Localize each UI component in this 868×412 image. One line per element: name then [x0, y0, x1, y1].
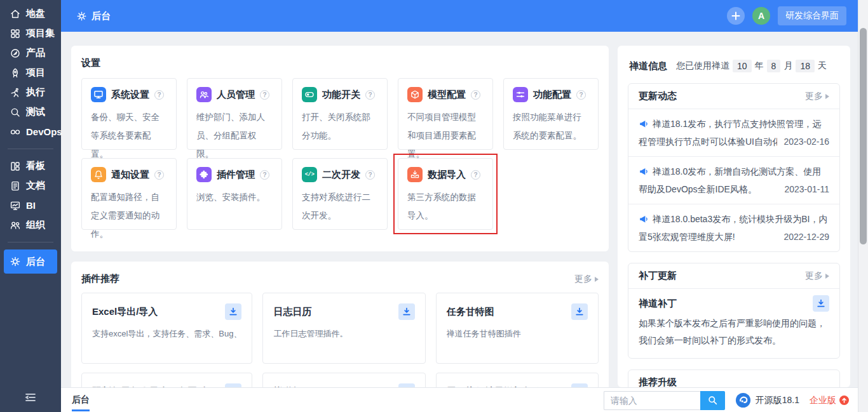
card-desc: 第三方系统的数据导入。 — [407, 188, 484, 225]
usage-summary: 您已使用禅道 10 年 8 月 18 天 — [676, 60, 827, 72]
help-icon[interactable] — [365, 90, 375, 100]
sidebar-item-label: 组织 — [26, 219, 45, 231]
patch-title: 补丁更新 — [639, 270, 677, 282]
sidebar-item-label: 项目 — [26, 67, 45, 79]
card-model-config[interactable]: 模型配置 不同项目管理模型和项目通用要素配置。 — [398, 78, 493, 150]
scrollbar-thumb[interactable] — [860, 28, 867, 244]
program-grid-icon — [10, 28, 21, 39]
help-icon[interactable] — [471, 170, 480, 180]
searchbox — [604, 391, 725, 410]
download-button[interactable] — [571, 303, 588, 320]
usage-months: 8 — [767, 60, 781, 72]
card-desc: 支持对系统进行二次开发。 — [302, 188, 378, 225]
card-desc: 维护部门、添加人员、分组配置权限。 — [196, 108, 273, 163]
updates-box: 更新动态 更多 禅道18.1发布，执行节点支持快照管理，远程管理执行节点时可以体… — [628, 83, 840, 252]
add-button[interactable] — [727, 7, 745, 25]
version-info[interactable]: 开源版18.1 — [735, 392, 799, 408]
sidebar-item-kanban[interactable]: 看板 — [4, 156, 57, 176]
update-item[interactable]: 禅道18.1发布，执行节点支持快照管理，远程管理执行节点时可以体验UI自动化测 … — [628, 109, 839, 157]
sidebar-item-admin[interactable]: 后台 — [4, 249, 57, 274]
sidebar-item-label: 执行 — [26, 86, 45, 98]
sidebar-item-label: 后台 — [26, 256, 45, 268]
card-desc: 配置通知路径，自定义需要通知的动作。 — [91, 188, 167, 243]
sidebar-item-bi[interactable]: BI — [4, 196, 57, 215]
sidebar-item-product[interactable]: 产品 — [4, 43, 57, 63]
zentao-logo-icon — [735, 392, 751, 408]
sidebar-item-program[interactable]: 项目集 — [4, 23, 57, 43]
bottom-bar: 后台 开源版18.1 企业版 — [61, 387, 858, 412]
search-input[interactable] — [604, 391, 700, 410]
update-item[interactable]: 禅道18.0发布，新增自动化测试方案、使用帮助及DevOps全新IDE风格。 2… — [628, 157, 839, 204]
plugin-card-gantt[interactable]: 任务甘特图 禅道任务甘特图插件 — [436, 293, 599, 364]
card-desc: 打开、关闭系统部分功能。 — [302, 108, 378, 145]
sidebar-item-project[interactable]: 项目 — [4, 63, 57, 83]
topbar: 后台 A 研发综合界面 — [61, 0, 858, 32]
help-icon[interactable] — [260, 170, 269, 180]
doc-icon — [10, 180, 21, 192]
help-icon[interactable] — [260, 90, 269, 100]
card-notification-settings[interactable]: 通知设置 配置通知路径，自定义需要通知的动作。 — [81, 158, 177, 230]
plugin-card-log-calendar[interactable]: 日志日历 工作日志管理插件。 — [262, 293, 425, 364]
card-desc: 不同项目管理模型和项目通用要素配置。 — [407, 108, 484, 163]
card-staff-management[interactable]: 人员管理 维护部门、添加人员、分组配置权限。 — [187, 78, 282, 150]
card-title: 插件管理 — [217, 169, 255, 181]
plugin-title: 日志日历 — [273, 306, 311, 318]
card-feature-switch[interactable]: 功能开关 打开、关闭系统部分功能。 — [292, 78, 388, 150]
update-date: 2023-01-11 — [778, 180, 829, 198]
patch-more-link[interactable]: 更多 — [805, 270, 829, 282]
plugins-more-link[interactable]: 更多 — [574, 274, 599, 285]
monitor-icon — [91, 87, 106, 102]
card-desc: 浏览、安装插件。 — [196, 188, 273, 206]
updates-more-link[interactable]: 更多 — [805, 91, 829, 102]
toggle-icon — [302, 87, 317, 102]
settings-title: 设置 — [81, 57, 100, 69]
help-icon[interactable] — [154, 170, 164, 180]
usage-days: 18 — [796, 60, 815, 72]
enterprise-link[interactable]: 企业版 — [810, 395, 849, 406]
help-icon[interactable] — [471, 90, 480, 100]
download-button[interactable] — [398, 303, 415, 320]
download-button[interactable] — [225, 303, 241, 320]
sidebar-item-org[interactable]: 组织 — [4, 215, 57, 235]
search-icon — [707, 395, 718, 406]
patch-name: 禅道补丁 — [639, 298, 677, 310]
sidebar-item-home[interactable]: 地盘 — [4, 4, 57, 23]
sidebar-item-devops[interactable]: DevOps — [4, 122, 57, 142]
sidebar-item-doc[interactable]: 文档 — [4, 176, 57, 196]
zentao-info-panel: 禅道信息 您已使用禅道 10 年 8 月 18 天 更新动态 更多 禅道18.1… — [618, 46, 850, 387]
info-title: 禅道信息 — [629, 60, 667, 72]
sidebar-item-label: 文档 — [26, 180, 45, 192]
card-title: 系统设置 — [111, 89, 149, 101]
sidebar-item-execution[interactable]: 执行 — [4, 83, 57, 102]
updates-title: 更新动态 — [639, 90, 677, 102]
help-icon[interactable] — [365, 170, 375, 180]
search-button[interactable] — [700, 391, 725, 410]
card-desc: 按照功能菜单进行系统的要素配置。 — [513, 108, 589, 145]
sidebar-divider — [8, 149, 53, 149]
topbar-title-label: 后台 — [92, 10, 111, 22]
rnd-view-button[interactable]: 研发综合界面 — [778, 6, 846, 25]
cube-icon — [407, 87, 423, 102]
card-system-settings[interactable]: 系统设置 备份、聊天、安全等系统各要素配置。 — [81, 78, 177, 150]
plugin-card-excel[interactable]: Excel导出/导入 支持excel导出，支持任务、需求、Bug、 — [81, 293, 252, 364]
sidebar-collapse-icon[interactable] — [24, 390, 37, 404]
card-title: 通知设置 — [111, 169, 149, 181]
sidebar-item-label: 项目集 — [26, 27, 55, 39]
sidebar-divider — [8, 242, 53, 243]
card-data-import[interactable]: 数据导入 第三方系统的数据导入。 — [398, 158, 493, 230]
download-button[interactable] — [813, 295, 829, 312]
update-item[interactable]: 禅道18.0.beta3发布，统计模块升级为BI，内置5张宏观管理维度大屏! 2… — [628, 204, 839, 251]
help-icon[interactable] — [576, 90, 586, 100]
card-feature-config[interactable]: 功能配置 按照功能菜单进行系统的要素配置。 — [503, 78, 599, 150]
product-icon — [10, 48, 21, 59]
megaphone-icon — [639, 166, 649, 176]
avatar[interactable]: A — [752, 7, 770, 25]
card-title: 人员管理 — [217, 89, 255, 101]
sidebar-item-label: BI — [26, 200, 36, 211]
card-title: 数据导入 — [428, 169, 466, 181]
card-plugin-management[interactable]: 插件管理 浏览、安装插件。 — [187, 158, 282, 230]
sidebar-item-test[interactable]: 测试 — [4, 102, 57, 122]
bottom-tab-admin[interactable]: 后台 — [72, 388, 90, 411]
help-icon[interactable] — [154, 90, 164, 100]
card-secondary-dev[interactable]: </> 二次开发 支持对系统进行二次开发。 — [292, 158, 388, 230]
